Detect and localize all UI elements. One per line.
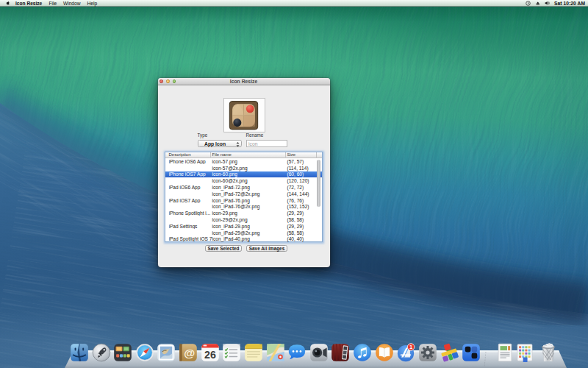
svg-text:@: @ [184,347,195,359]
svg-text:26: 26 [204,349,216,361]
svg-text:1: 1 [409,344,413,350]
